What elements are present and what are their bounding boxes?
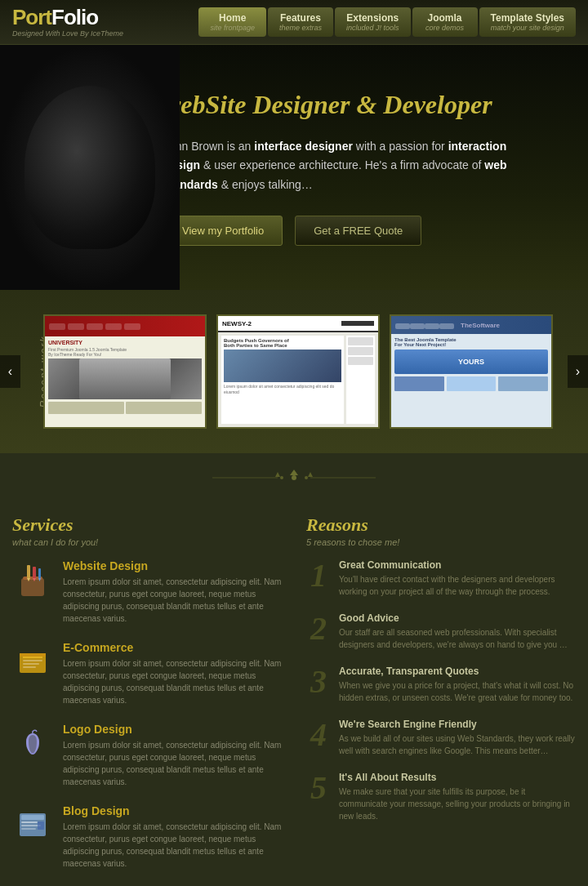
services-title: Services	[12, 514, 290, 536]
slide3-tagline: The Best Joomla TemplateFor Your Next Pr…	[394, 337, 548, 347]
blog-design-title: Blog Design	[63, 804, 290, 817]
svg-rect-24	[21, 815, 44, 820]
svg-point-22	[26, 733, 39, 753]
hero-section: webSite Designer & Developer John Brown …	[0, 45, 588, 290]
reason-text-5: We make sure that your site fulfills its…	[339, 786, 576, 822]
blog-design-content: Blog Design Lorem ipsum dolor sit amet, …	[63, 804, 290, 870]
reason-text-2: Our staff are all seasoned web professio…	[339, 626, 576, 651]
hero-bold-1: interface designer	[254, 140, 353, 153]
hero-bold-3: web standards	[163, 158, 507, 191]
reasons-column: Reasons 5 reasons to chose me! 1 Great C…	[306, 514, 576, 886]
hero-title: webSite Designer & Developer	[163, 89, 564, 120]
logo-text: PortFolio	[12, 7, 123, 28]
slide2-text: Lorem ipsum dolor sit amet consectetur a…	[224, 384, 341, 394]
reason-text-4: As we build all of our sites using Web S…	[339, 732, 576, 757]
reasons-subtitle: 5 reasons to chose me!	[306, 537, 576, 547]
slide1-image	[48, 358, 202, 399]
reason-content-5: It's All About Results We make sure that…	[339, 772, 576, 822]
two-col-section: Services what can I do for you! Website	[0, 506, 588, 886]
logo-folio: Folio	[51, 5, 98, 29]
svg-rect-20	[23, 663, 39, 665]
slide1-nav	[49, 323, 140, 330]
reasons-title: Reasons	[306, 514, 576, 536]
bear-silhouette	[24, 86, 155, 249]
ecommerce-title: E-Commerce	[63, 641, 290, 654]
slide1-extras	[48, 402, 202, 414]
reason-content-2: Good Advice Our staff are all seasoned w…	[339, 612, 576, 651]
service-item-website-design: Website Design Lorem ipsum dolor sit ame…	[12, 559, 290, 625]
slide1-subtitle: First Premium Joomla 1.5 Joomla Template…	[48, 347, 202, 357]
slide-3[interactable]: TheSoftware The Best Joomla TemplateFor …	[390, 314, 553, 429]
svg-rect-27	[21, 828, 36, 830]
ecommerce-icon	[12, 641, 53, 682]
nav-template-styles[interactable]: Template Styles match your site design	[479, 7, 576, 37]
svg-rect-14	[38, 568, 41, 578]
slide3-title: TheSoftware	[461, 322, 500, 329]
slides-container: UNIVERSITY First Premium Joomla 1.5 Joom…	[0, 314, 588, 429]
logo-subtitle: Designed With Love By IceTheme	[12, 29, 123, 38]
svg-rect-21	[23, 666, 36, 668]
reason-content-4: We're Search Engine Friendly As we build…	[339, 719, 576, 757]
slide2-title: NEWSY-2	[222, 320, 252, 327]
nav-home[interactable]: Home site frontpage	[198, 7, 266, 37]
nav-extensions[interactable]: Extensions included J! tools	[335, 7, 411, 37]
hero-body: John Brown is an interface designer with…	[163, 137, 523, 195]
slide-2[interactable]: NEWSY-2 Budgets Push Governors ofBoth Pa…	[216, 314, 380, 429]
ornament-divider	[0, 453, 588, 506]
main-nav: Home site frontpage Features theme extra…	[198, 7, 576, 37]
svg-marker-5	[290, 470, 298, 475]
slide2-sidebar	[346, 336, 375, 424]
svg-rect-28	[38, 821, 44, 830]
nav-features[interactable]: Features theme extras	[268, 7, 333, 37]
ornament-svg	[212, 465, 376, 490]
blog-icon	[15, 807, 51, 843]
svg-marker-17	[20, 653, 46, 657]
website-design-icon	[12, 559, 53, 600]
apple-icon	[15, 725, 51, 761]
svg-rect-25	[21, 821, 38, 823]
reason-item-3: 3 Accurate, Transparent Quotes When we g…	[306, 666, 576, 704]
svg-rect-12	[33, 567, 36, 578]
website-design-title: Website Design	[63, 559, 290, 572]
reason-content-1: Great Communication You'll have direct c…	[339, 559, 576, 598]
nav-joomla[interactable]: Joomla core demos	[412, 7, 478, 37]
reason-num-2: 2	[306, 612, 331, 645]
service-item-ecommerce: E-Commerce Lorem ipsum dolor sit amet, c…	[12, 641, 290, 706]
hero-buttons: View my Portfolio Get a FREE Quote	[163, 216, 564, 246]
logo-design-content: Logo Design Lorem ipsum dolor sit amet, …	[63, 723, 290, 788]
get-quote-button[interactable]: Get a FREE Quote	[295, 216, 421, 246]
svg-rect-10	[27, 565, 30, 578]
logo-port: Port	[12, 5, 51, 29]
svg-rect-18	[23, 657, 42, 658]
slide2-main: Budgets Push Governors ofBoth Parties to…	[221, 336, 344, 424]
slide3-content: The Best Joomla TemplateFor Your Next Pr…	[391, 334, 551, 427]
slide1-title: UNIVERSITY	[48, 340, 202, 345]
logo-design-icon	[12, 723, 53, 764]
reason-num-5: 5	[306, 772, 331, 804]
ecommerce-text: Lorem ipsum dolor sit amet, consectetur …	[63, 657, 290, 706]
pencil-cup-icon	[15, 562, 51, 598]
view-portfolio-button[interactable]: View my Portfolio	[163, 216, 283, 246]
reason-item-5: 5 It's All About Results We make sure th…	[306, 772, 576, 822]
slide-next-button[interactable]: ›	[568, 355, 588, 388]
blog-design-icon	[12, 804, 53, 845]
reason-num-3: 3	[306, 666, 331, 698]
recent-work-section: Recent work ‹ › UNIVERSITY First Premium…	[0, 290, 588, 453]
slide-1[interactable]: UNIVERSITY First Premium Joomla 1.5 Joom…	[43, 314, 207, 429]
service-item-blog-design: Blog Design Lorem ipsum dolor sit amet, …	[12, 804, 290, 870]
slide3-thumbnails	[394, 376, 548, 391]
reason-title-1: Great Communication	[339, 559, 576, 571]
website-design-text: Lorem ipsum dolor sit amet, consectetur …	[63, 576, 290, 625]
cart-icon	[15, 643, 51, 679]
svg-point-1	[280, 476, 283, 479]
reason-item-2: 2 Good Advice Our staff are all seasoned…	[306, 612, 576, 651]
reason-content-3: Accurate, Transparent Quotes When we giv…	[339, 666, 576, 704]
header: PortFolio Designed With Love By IceTheme…	[0, 0, 588, 45]
slide-prev-button[interactable]: ‹	[0, 355, 20, 388]
svg-marker-6	[275, 472, 280, 477]
logo-design-title: Logo Design	[63, 723, 290, 736]
slide3-blue-box: YOURS	[394, 350, 548, 374]
reason-num-1: 1	[306, 559, 331, 592]
service-item-logo-design: Logo Design Lorem ipsum dolor sit amet, …	[12, 723, 290, 788]
reason-title-2: Good Advice	[339, 612, 576, 624]
